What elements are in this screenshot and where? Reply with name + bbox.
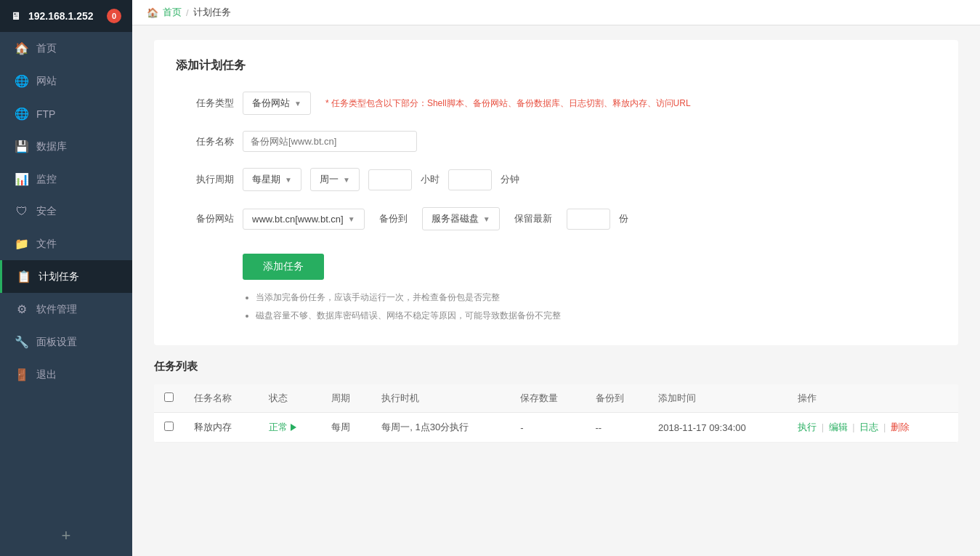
chevron-down-icon: ▼ [343,176,350,184]
run-action[interactable]: 执行 [798,422,817,432]
sidebar-item-files[interactable]: 📁文件 [0,227,132,260]
task-list-section: 任务列表 任务名称状态周期执行时机保存数量备份到添加时间操作 [154,360,958,443]
sidebar-nav: 🏠首页🌐网站🌐FTP💾数据库📊监控🛡安全📁文件📋计划任务⚙软件管理🔧面板设置🚪退… [0,32,132,515]
table-column-header: 添加时间 [648,384,787,413]
task-name-input[interactable] [243,131,417,152]
status-badge: 正常 [269,421,310,434]
add-button[interactable]: + [0,515,132,556]
form-notes: 当添加完备份任务，应该手动运行一次，并检查备份包是否完整磁盘容量不够、数据库密码… [176,291,936,323]
keep-latest-label: 保留最新 [514,212,552,225]
exec-cycle-row: 执行周期 每星期 ▼ 周一 ▼ 1 小时 30 分钟 [176,168,936,191]
sidebar-item-label: 网站 [36,75,57,88]
sidebar-item-label: 安全 [36,205,57,218]
row-cycle: 每周 [321,413,372,443]
home-icon: 🏠 [147,7,158,18]
sidebar-item-label: 计划任务 [39,270,79,283]
sidebar-item-database[interactable]: 💾数据库 [0,130,132,163]
chevron-down-icon: ▼ [294,100,301,108]
content-area: 添加计划任务 任务类型 备份网站 ▼ * 任务类型包含以下部分：Shell脚本、… [132,25,980,556]
row-checkbox[interactable] [164,422,174,431]
monitor-icon: 📊 [15,172,29,186]
backup-site-dropdown[interactable]: www.bt.cn[www.bt.cn] ▼ [243,209,365,230]
task-type-hint: * 任务类型包含以下部分：Shell脚本、备份网站、备份数据库、日志切割、释放内… [325,97,691,110]
software-icon: ⚙ [15,302,29,316]
task-type-label: 任务类型 [176,97,234,110]
add-task-title: 添加计划任务 [176,58,936,73]
table-column-header: 执行时机 [371,384,510,413]
task-type-row: 任务类型 备份网站 ▼ * 任务类型包含以下部分：Shell脚本、备份网站、备份… [176,92,936,115]
sidebar-item-panel[interactable]: 🔧面板设置 [0,326,132,358]
log-action[interactable]: 日志 [859,422,878,432]
task-type-value: 备份网站 [252,97,290,110]
select-all-checkbox[interactable] [164,392,174,402]
sidebar-item-label: 首页 [36,42,57,55]
chevron-down-icon: ▼ [285,176,292,184]
table-column-header: 备份到 [586,384,649,413]
keep-unit: 份 [619,212,628,225]
backup-site-value: www.bt.cn[www.bt.cn] [252,214,344,225]
sidebar-item-cron[interactable]: 📋计划任务 [0,260,132,293]
breadcrumb: 🏠 首页 / 计划任务 [132,0,980,25]
ftp-icon: 🌐 [15,107,29,121]
table-column-header: 保存数量 [510,384,585,413]
cycle-day-value: 周一 [320,173,339,186]
task-name-label: 任务名称 [176,135,234,148]
sidebar-item-label: 软件管理 [36,303,77,316]
main-area: 🏠 首页 / 计划任务 添加计划任务 任务类型 备份网站 ▼ * 任务类型包含以… [132,0,980,556]
exec-cycle-label: 执行周期 [176,173,234,186]
hour-unit: 小时 [421,173,440,186]
header-checkbox-col [154,384,184,413]
notes-list: 当添加完备份任务，应该手动运行一次，并检查备份包是否完整磁盘容量不够、数据库密码… [243,291,936,323]
submit-button[interactable]: 添加任务 [243,254,324,280]
action-sep: | [883,422,886,432]
row-checkbox-cell [154,413,184,443]
task-type-dropdown[interactable]: 备份网站 ▼ [243,92,311,115]
row-backup-to: -- [586,413,649,443]
task-name-row: 任务名称 [176,131,936,152]
sidebar-item-website[interactable]: 🌐网站 [0,65,132,97]
sidebar-item-label: 面板设置 [36,336,77,349]
chevron-down-icon: ▼ [348,215,355,223]
row-status: 正常 [259,413,320,443]
task-table-wrapper: 任务名称状态周期执行时机保存数量备份到添加时间操作 释放内存 正常 每周 每周一… [154,384,958,443]
action-sep: | [852,422,854,432]
sidebar-item-monitor[interactable]: 📊监控 [0,163,132,196]
cycle-dropdown[interactable]: 每星期 ▼ [243,168,301,191]
add-task-card: 添加计划任务 任务类型 备份网站 ▼ * 任务类型包含以下部分：Shell脚本、… [154,40,958,345]
edit-action[interactable]: 编辑 [829,422,848,432]
note-item: 当添加完备份任务，应该手动运行一次，并检查备份包是否完整 [256,291,936,305]
sidebar-item-label: 监控 [36,173,57,186]
sidebar-item-label: 数据库 [36,140,67,153]
cron-icon: 📋 [17,270,31,283]
sidebar-item-home[interactable]: 🏠首页 [0,32,132,65]
keep-count-input[interactable]: 3 [567,209,610,230]
monitor-icon: 🖥 [11,10,21,22]
server-ip: 192.168.1.252 [28,10,94,22]
sidebar-item-software[interactable]: ⚙软件管理 [0,293,132,326]
row-exec-time: 每周一, 1点30分执行 [371,413,510,443]
sidebar-item-security[interactable]: 🛡安全 [0,196,132,227]
notification-badge: 0 [107,9,121,23]
sidebar: 🖥 192.168.1.252 0 🏠首页🌐网站🌐FTP💾数据库📊监控🛡安全📁文… [0,0,132,556]
files-icon: 📁 [15,237,29,251]
table-row: 释放内存 正常 每周 每周一, 1点30分执行 - -- 2018-11-17 … [154,413,958,443]
cycle-minute-input[interactable]: 30 [448,169,492,190]
delete-action[interactable]: 删除 [891,422,910,432]
task-table: 任务名称状态周期执行时机保存数量备份到添加时间操作 释放内存 正常 每周 每周一… [154,384,958,443]
breadcrumb-home[interactable]: 首页 [163,6,182,19]
row-name: 释放内存 [184,413,259,443]
row-actions: 执行 | 编辑 | 日志 | 删除 [787,413,958,443]
cycle-hour-input[interactable]: 1 [368,169,412,190]
breadcrumb-separator: / [186,7,189,18]
logout-icon: 🚪 [15,368,29,382]
backup-to-dropdown[interactable]: 服务器磁盘 ▼ [422,207,500,230]
panel-icon: 🔧 [15,335,29,349]
sidebar-item-logout[interactable]: 🚪退出 [0,358,132,391]
backup-to-label: 备份到 [379,212,408,225]
sidebar-item-ftp[interactable]: 🌐FTP [0,97,132,130]
sidebar-item-label: 退出 [36,368,57,382]
note-item: 磁盘容量不够、数据库密码错误、网络不稳定等原因，可能导致数据备份不完整 [256,309,936,323]
play-icon [291,424,296,431]
row-add-time: 2018-11-17 09:34:00 [648,413,787,443]
cycle-day-dropdown[interactable]: 周一 ▼ [310,168,360,191]
